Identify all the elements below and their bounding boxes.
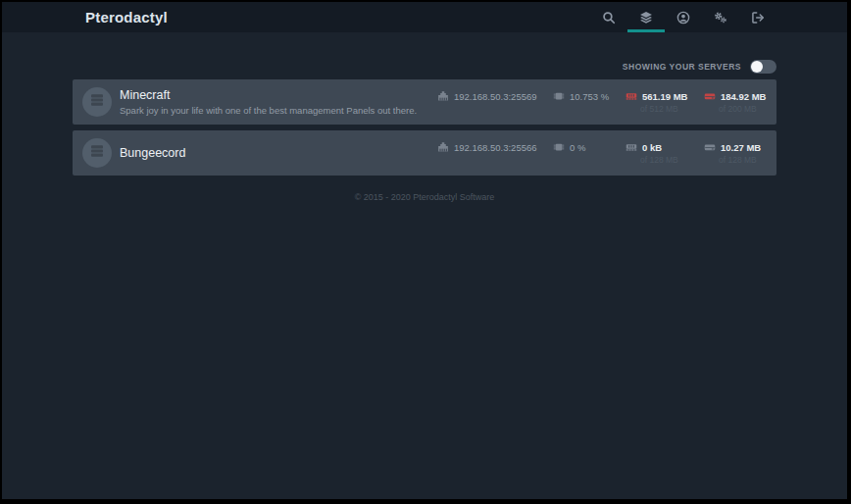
hdd-icon bbox=[704, 141, 716, 153]
avatar bbox=[82, 138, 112, 168]
server-name: Minecraft bbox=[120, 88, 437, 102]
server-disk: 10.27 MB bbox=[721, 142, 761, 153]
toggle-knob bbox=[751, 61, 763, 73]
navbar-icons bbox=[590, 2, 776, 32]
brand-title[interactable]: Pterodactyl bbox=[73, 9, 168, 25]
microchip-icon bbox=[553, 90, 565, 102]
servers-tab[interactable] bbox=[627, 2, 665, 32]
sign-out-icon bbox=[751, 11, 765, 25]
settings-button[interactable] bbox=[702, 2, 739, 32]
server-memory: 561.19 MB bbox=[642, 91, 687, 102]
server-disk-limit: of 128 MB bbox=[704, 154, 767, 166]
hdd-icon bbox=[704, 90, 716, 102]
ethernet-icon bbox=[437, 90, 449, 102]
server-row-bungeecord[interactable]: Bungeecord 192.168.50.3:25566 bbox=[73, 130, 776, 176]
search-icon bbox=[602, 11, 616, 25]
navbar: Pterodactyl bbox=[2, 2, 847, 32]
server-cpu: 10.753 % bbox=[570, 91, 609, 102]
server-description: Spark joy in your life with one of the b… bbox=[120, 105, 437, 116]
server-address: 192.168.50.3:25569 bbox=[454, 91, 537, 102]
server-disk: 184.92 MB bbox=[721, 91, 766, 102]
server-memory-limit: of 128 MB bbox=[626, 154, 704, 166]
server-address: 192.168.50.3:25566 bbox=[454, 142, 537, 153]
copyright-text: © 2015 - 2020 Pterodactyl Software bbox=[73, 192, 776, 202]
server-memory-limit: of 512 MB bbox=[626, 103, 704, 115]
avatar bbox=[82, 87, 112, 117]
server-icon bbox=[89, 92, 105, 112]
filter-label: SHOWING YOUR SERVERS bbox=[623, 62, 741, 72]
microchip-icon bbox=[553, 141, 565, 153]
logout-button[interactable] bbox=[739, 2, 776, 32]
user-circle-icon bbox=[676, 11, 690, 25]
layer-group-icon bbox=[639, 11, 653, 25]
server-cpu: 0 % bbox=[570, 142, 585, 153]
showing-servers-toggle[interactable] bbox=[750, 60, 776, 74]
memory-icon bbox=[626, 141, 637, 153]
memory-icon bbox=[626, 90, 637, 102]
server-icon bbox=[89, 143, 105, 163]
account-button[interactable] bbox=[665, 2, 702, 32]
search-button[interactable] bbox=[590, 2, 627, 32]
server-filter-row: SHOWING YOUR SERVERS bbox=[73, 59, 776, 74]
server-row-minecraft[interactable]: Minecraft Spark joy in your life with on… bbox=[73, 79, 776, 125]
server-name: Bungeecord bbox=[120, 146, 437, 160]
ethernet-icon bbox=[437, 141, 449, 153]
server-memory: 0 kB bbox=[642, 142, 662, 153]
cogs-icon bbox=[714, 11, 727, 25]
server-disk-limit: of 200 MB bbox=[704, 103, 767, 115]
panel-window: Pterodactyl bbox=[2, 2, 847, 499]
